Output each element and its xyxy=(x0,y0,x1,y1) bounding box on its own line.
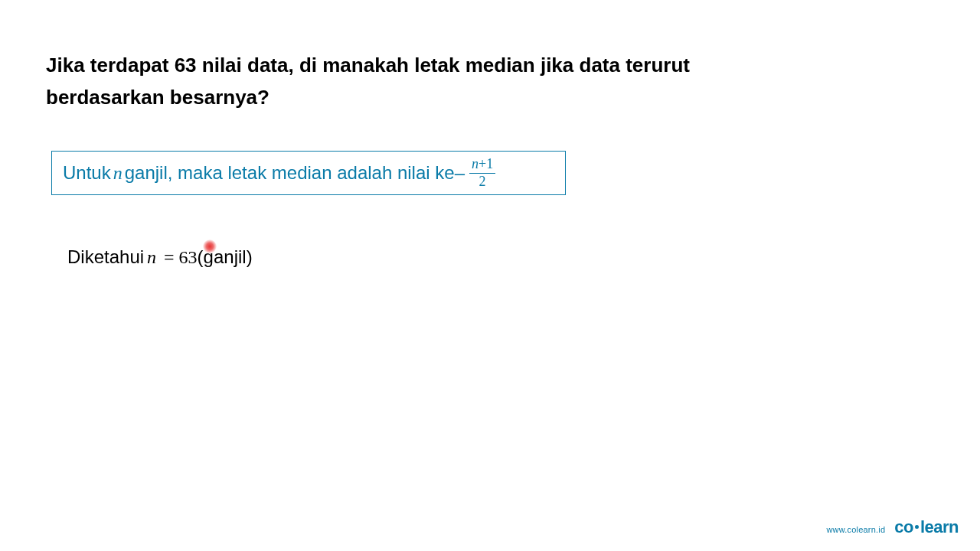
footer-logo: colearn xyxy=(894,517,959,537)
fraction-denominator: 2 xyxy=(479,174,486,190)
footer-logo-learn: learn xyxy=(920,517,959,536)
footer-logo-dot-icon xyxy=(915,525,919,529)
formula-prefix: Untuk xyxy=(63,162,111,184)
given-value: 63 xyxy=(179,247,198,268)
formula-fraction: n+1 2 xyxy=(469,157,495,190)
fraction-numerator: n+1 xyxy=(469,157,495,174)
formula-box: Untuk n ganjil, maka letak median adalah… xyxy=(51,151,566,195)
question-line2: berdasarkan besarnya? xyxy=(46,86,270,109)
given-line: Diketahui n = 63 (ganjil) xyxy=(67,246,253,268)
footer-url: www.colearn.id xyxy=(826,525,885,534)
footer-logo-co: co xyxy=(894,517,913,536)
given-equals: = xyxy=(164,247,175,268)
question-text: Jika terdapat 63 nilai data, di manakah … xyxy=(46,50,690,113)
given-label: Diketahui xyxy=(67,246,144,268)
formula-mid: ganjil, maka letak median adalah nilai k… xyxy=(125,162,465,184)
given-var-n: n xyxy=(147,247,156,268)
question-line1: Jika terdapat 63 nilai data, di manakah … xyxy=(46,54,690,77)
formula-var-n: n xyxy=(113,163,122,184)
laser-pointer-icon xyxy=(203,240,217,253)
formula-text: Untuk n ganjil, maka letak median adalah… xyxy=(63,157,495,190)
footer: www.colearn.id colearn xyxy=(826,517,959,537)
